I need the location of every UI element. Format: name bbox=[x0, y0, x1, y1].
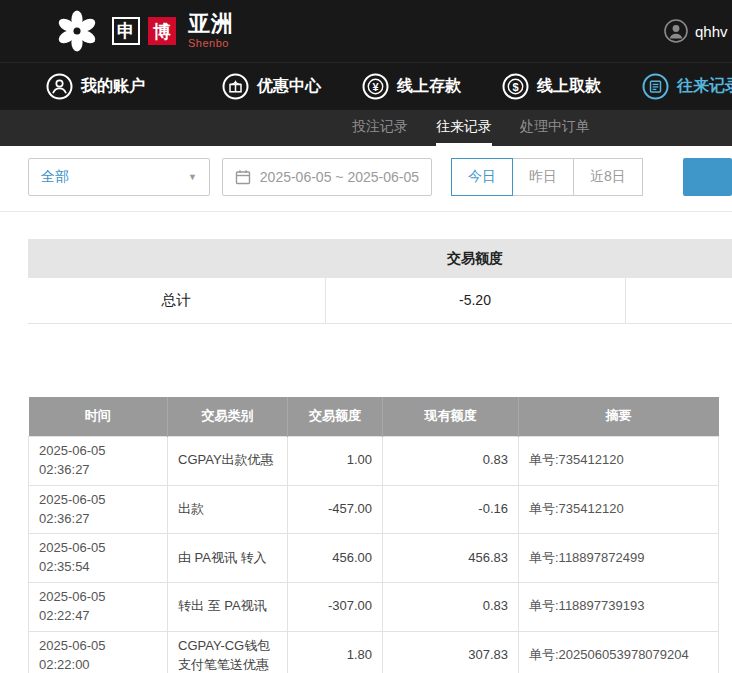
summary-table: 交易额度 总计 -5.20 bbox=[28, 239, 732, 324]
summary-empty-cell bbox=[625, 278, 732, 323]
nav-item-deposit[interactable]: ¥ 线上存款 bbox=[362, 73, 461, 100]
cell-amount: -457.00 bbox=[288, 485, 383, 534]
summary-total-value: -5.20 bbox=[325, 278, 625, 323]
subnav-tab-transaction-records[interactable]: 往来记录 bbox=[436, 110, 492, 146]
filter-bar: 全部 ▼ 2025-06-05 ~ 2025-06-05 今日 昨日 近8日 bbox=[28, 158, 732, 196]
nav-item-promotions[interactable]: 优惠中心 bbox=[222, 73, 321, 100]
summary-header-row: 交易额度 bbox=[28, 239, 732, 278]
cell-type: CGPAY-CG钱包支付笔笔送优惠 bbox=[168, 631, 288, 673]
app-header: 申 博 亚洲 Shenbo qhhv bbox=[0, 0, 732, 62]
nav-item-label: 往来记录 bbox=[677, 76, 732, 97]
col-header-amount: 交易额度 bbox=[288, 397, 383, 437]
records-icon bbox=[642, 73, 669, 100]
cell-amount: 1.80 bbox=[288, 631, 383, 673]
summary-header-empty bbox=[625, 239, 732, 278]
cell-balance: 0.83 bbox=[383, 583, 519, 632]
logo-char-bo: 博 bbox=[148, 17, 176, 45]
svg-text:¥: ¥ bbox=[372, 81, 379, 93]
cell-type: 由 PA视讯 转入 bbox=[168, 534, 288, 583]
user-icon bbox=[664, 19, 688, 43]
withdraw-icon: $ bbox=[502, 73, 529, 100]
cell-balance: -0.16 bbox=[383, 485, 519, 534]
cell-balance: 307.83 bbox=[383, 631, 519, 673]
dropdown-caret-icon: ▼ bbox=[188, 172, 197, 182]
section-divider bbox=[0, 211, 732, 212]
nav-item-label: 我的账户 bbox=[81, 76, 145, 97]
table-row: 2025-06-05 02:35:54 由 PA视讯 转入 456.00 456… bbox=[29, 534, 719, 583]
logo[interactable]: 申 博 亚洲 Shenbo bbox=[54, 8, 234, 54]
quick-filter-today[interactable]: 今日 bbox=[451, 158, 513, 196]
cell-type: 出款 bbox=[168, 485, 288, 534]
logo-region-wrap: 亚洲 Shenbo bbox=[188, 13, 234, 49]
table-row: 2025-06-05 02:22:47 转出 至 PA视讯 -307.00 0.… bbox=[29, 583, 719, 632]
nav-item-label: 优惠中心 bbox=[257, 76, 321, 97]
username: qhhv bbox=[695, 23, 728, 40]
cell-time: 2025-06-05 02:35:54 bbox=[29, 534, 168, 583]
records-table: 时间 交易类别 交易额度 现有额度 摘要 2025-06-05 02:36:27… bbox=[28, 397, 719, 673]
logo-char-shen: 申 bbox=[112, 17, 140, 45]
account-icon bbox=[46, 73, 73, 100]
quick-filter-yesterday[interactable]: 昨日 bbox=[512, 158, 574, 196]
cell-memo: 单号:118897739193 bbox=[519, 583, 719, 632]
col-header-time: 时间 bbox=[29, 397, 168, 437]
cell-memo: 单号:735412120 bbox=[519, 437, 719, 486]
subnav-tab-processing-orders[interactable]: 处理中订单 bbox=[520, 110, 590, 146]
summary-total-label: 总计 bbox=[28, 278, 325, 323]
cell-balance: 0.83 bbox=[383, 437, 519, 486]
table-row: 2025-06-05 02:36:27 出款 -457.00 -0.16 单号:… bbox=[29, 485, 719, 534]
nav-item-label: 线上取款 bbox=[537, 76, 601, 97]
deposit-icon: ¥ bbox=[362, 73, 389, 100]
promo-icon bbox=[222, 73, 249, 100]
quick-filter-group: 今日 昨日 近8日 bbox=[452, 158, 643, 196]
cell-time: 2025-06-05 02:22:00 bbox=[29, 631, 168, 673]
main-nav: 我的账户 优惠中心 ¥ 线上存款 $ 线上取款 bbox=[0, 62, 732, 110]
nav-item-label: 线上存款 bbox=[397, 76, 461, 97]
logo-subtitle: Shenbo bbox=[188, 38, 234, 49]
svg-text:$: $ bbox=[512, 81, 518, 93]
col-header-type: 交易类别 bbox=[168, 397, 288, 437]
cell-amount: 1.00 bbox=[288, 437, 383, 486]
summary-total-row: 总计 -5.20 bbox=[28, 278, 732, 323]
cell-balance: 456.83 bbox=[383, 534, 519, 583]
cell-amount: 456.00 bbox=[288, 534, 383, 583]
user-account[interactable]: qhhv bbox=[664, 19, 728, 43]
type-filter-select[interactable]: 全部 ▼ bbox=[28, 158, 210, 196]
quick-filter-last-8-days[interactable]: 近8日 bbox=[573, 158, 643, 196]
cell-memo: 单号:118897872499 bbox=[519, 534, 719, 583]
table-row: 2025-06-05 02:22:00 CGPAY-CG钱包支付笔笔送优惠 1.… bbox=[29, 631, 719, 673]
cell-time: 2025-06-05 02:36:27 bbox=[29, 437, 168, 486]
logo-region: 亚洲 bbox=[188, 13, 234, 35]
nav-item-my-account[interactable]: 我的账户 bbox=[46, 73, 145, 100]
cell-time: 2025-06-05 02:36:27 bbox=[29, 485, 168, 534]
table-row: 2025-06-05 02:36:27 CGPAY出款优惠 1.00 0.83 … bbox=[29, 437, 719, 486]
date-range-picker[interactable]: 2025-06-05 ~ 2025-06-05 bbox=[222, 158, 432, 196]
cell-type: 转出 至 PA视讯 bbox=[168, 583, 288, 632]
cell-time: 2025-06-05 02:22:47 bbox=[29, 583, 168, 632]
subnav-tab-bet-records[interactable]: 投注记录 bbox=[352, 110, 408, 146]
records-header-row: 时间 交易类别 交易额度 现有额度 摘要 bbox=[29, 397, 719, 437]
cell-amount: -307.00 bbox=[288, 583, 383, 632]
sub-nav: 投注记录 往来记录 处理中订单 bbox=[0, 110, 732, 146]
summary-header-label: 交易额度 bbox=[325, 239, 625, 278]
cell-memo: 单号:735412120 bbox=[519, 485, 719, 534]
calendar-icon bbox=[235, 169, 251, 185]
summary-header-empty bbox=[28, 239, 325, 278]
cell-memo: 单号:202506053978079204 bbox=[519, 631, 719, 673]
nav-item-withdraw[interactable]: $ 线上取款 bbox=[502, 73, 601, 100]
type-filter-value: 全部 bbox=[41, 168, 69, 186]
cell-type: CGPAY出款优惠 bbox=[168, 437, 288, 486]
flower-logo-icon bbox=[54, 8, 100, 54]
col-header-memo: 摘要 bbox=[519, 397, 719, 437]
nav-item-records[interactable]: 往来记录 bbox=[642, 73, 732, 100]
search-button[interactable] bbox=[683, 158, 732, 196]
date-range-value: 2025-06-05 ~ 2025-06-05 bbox=[260, 169, 419, 185]
col-header-balance: 现有额度 bbox=[383, 397, 519, 437]
